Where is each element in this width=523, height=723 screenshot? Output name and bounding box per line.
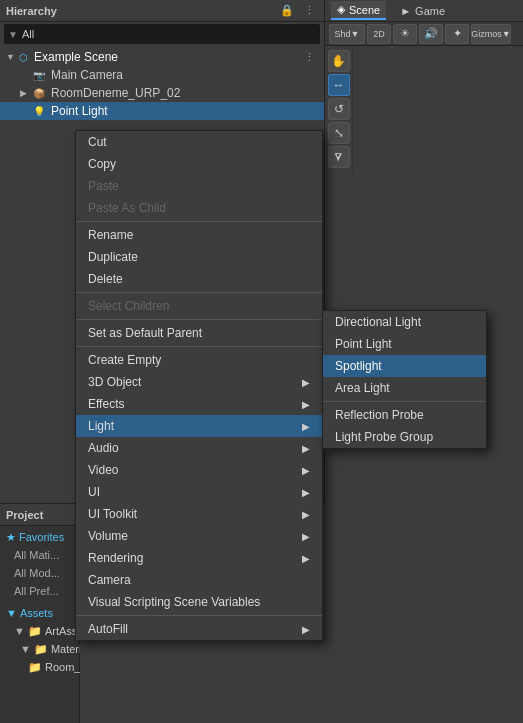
ctx-visual-scripting[interactable]: Visual Scripting Scene Variables xyxy=(76,591,322,613)
tab-scene[interactable]: ◈ Scene xyxy=(331,1,386,20)
scene-audio-btn[interactable]: 🔊 xyxy=(419,24,443,44)
submenu-area-light[interactable]: Area Light xyxy=(323,377,486,399)
search-input[interactable] xyxy=(22,28,316,40)
hierarchy-header: Hierarchy 🔒 ⋮ xyxy=(0,0,324,22)
ctx-light[interactable]: Light ▶ xyxy=(76,415,322,437)
ctx-set-default-parent[interactable]: Set as Default Parent xyxy=(76,322,322,344)
light-submenu: Directional Light Point Light Spotlight … xyxy=(322,310,487,449)
scene-gizmos-btn[interactable]: Gizmos▼ xyxy=(471,24,511,44)
camera-icon: 📷 xyxy=(33,70,45,81)
submenu-arrow-icon: ▶ xyxy=(302,624,310,635)
ctx-separator-3 xyxy=(76,319,322,320)
scene-name: Example Scene xyxy=(34,50,118,64)
ctx-copy[interactable]: Copy xyxy=(76,153,322,175)
submenu-reflection-probe[interactable]: Reflection Probe xyxy=(323,404,486,426)
expand-arrow: ▼ xyxy=(20,643,31,655)
scene-2d-btn[interactable]: 2D xyxy=(367,24,391,44)
tool-transform[interactable]: ⛛ xyxy=(328,146,350,168)
project-left-pane: ★ Favorites All Mati... All Mod... All P… xyxy=(0,526,80,723)
project-artassets[interactable]: ▼ 📁 ArtAsse... xyxy=(0,622,79,640)
tree-item-label: RoomDeneme_URP_02 xyxy=(51,86,180,100)
tree-item-main-camera[interactable]: 📷 Main Camera xyxy=(0,66,324,84)
tree-item-label: Main Camera xyxy=(51,68,123,82)
submenu-point-light[interactable]: Point Light xyxy=(323,333,486,355)
ctx-camera[interactable]: Camera xyxy=(76,569,322,591)
ctx-autofill[interactable]: AutoFill ▶ xyxy=(76,618,322,640)
ctx-separator-5 xyxy=(76,615,322,616)
ctx-effects[interactable]: Effects ▶ xyxy=(76,393,322,415)
ctx-volume[interactable]: Volume ▶ xyxy=(76,525,322,547)
ctx-separator-2 xyxy=(76,292,322,293)
ctx-3d-object[interactable]: 3D Object ▶ xyxy=(76,371,322,393)
ctx-ui-toolkit[interactable]: UI Toolkit ▶ xyxy=(76,503,322,525)
ctx-delete[interactable]: Delete xyxy=(76,268,322,290)
ctx-rendering[interactable]: Rendering ▶ xyxy=(76,547,322,569)
tool-hand[interactable]: ✋ xyxy=(328,50,350,72)
tree-item-label: Point Light xyxy=(51,104,108,118)
submenu-arrow-icon: ▶ xyxy=(302,531,310,542)
hierarchy-tree: ▼ ⬡ Example Scene ⋮ 📷 Main Camera ▶ 📦 Ro… xyxy=(0,46,324,122)
project-all-materials[interactable]: All Mati... xyxy=(0,546,79,564)
ctx-audio[interactable]: Audio ▶ xyxy=(76,437,322,459)
submenu-arrow-icon: ▶ xyxy=(302,421,310,432)
lock-icon[interactable]: 🔒 xyxy=(277,3,297,18)
expand-arrow: ▶ xyxy=(20,88,30,98)
mesh-icon: 📦 xyxy=(33,88,45,99)
submenu-arrow-icon: ▶ xyxy=(302,553,310,564)
star-icon: ★ xyxy=(6,531,16,544)
submenu-separator xyxy=(323,401,486,402)
ctx-create-empty[interactable]: Create Empty xyxy=(76,349,322,371)
folder-icon: 📁 xyxy=(34,643,48,656)
submenu-spotlight[interactable]: Spotlight xyxy=(323,355,486,377)
ctx-cut[interactable]: Cut xyxy=(76,131,322,153)
project-all-models[interactable]: All Mod... xyxy=(0,564,79,582)
game-tab-icon: ► xyxy=(400,5,411,17)
folder-icon: ▼ xyxy=(6,607,17,619)
scene-options-icon[interactable]: ⋮ xyxy=(301,50,318,65)
tool-move[interactable]: ↔ xyxy=(328,74,350,96)
ctx-rename[interactable]: Rename xyxy=(76,224,322,246)
more-options-icon[interactable]: ⋮ xyxy=(301,3,318,18)
submenu-arrow-icon: ▶ xyxy=(302,443,310,454)
expand-arrow: ▼ xyxy=(14,625,25,637)
scene-lighting-btn[interactable]: ☀ xyxy=(393,24,417,44)
expand-arrow: ▼ xyxy=(6,52,16,62)
submenu-directional-light[interactable]: Directional Light xyxy=(323,311,486,333)
project-room-materials[interactable]: 📁 Room_M... xyxy=(0,658,79,676)
ctx-paste: Paste xyxy=(76,175,322,197)
ctx-duplicate[interactable]: Duplicate xyxy=(76,246,322,268)
tree-item-room[interactable]: ▶ 📦 RoomDeneme_URP_02 xyxy=(0,84,324,102)
ctx-ui[interactable]: UI ▶ xyxy=(76,481,322,503)
ctx-video[interactable]: Video ▶ xyxy=(76,459,322,481)
scene-icon: ⬡ xyxy=(19,52,28,63)
submenu-arrow-icon: ▶ xyxy=(302,377,310,388)
ctx-separator-4 xyxy=(76,346,322,347)
hierarchy-header-icons: 🔒 ⋮ xyxy=(277,3,318,18)
hierarchy-title: Hierarchy xyxy=(6,5,57,17)
tab-game[interactable]: ► Game xyxy=(394,3,451,19)
folder-icon: 📁 xyxy=(28,661,42,674)
hierarchy-panel: Hierarchy 🔒 ⋮ ▼ ▼ ⬡ Example Scene ⋮ 📷 Ma… xyxy=(0,0,325,723)
submenu-arrow-icon: ▶ xyxy=(302,487,310,498)
ctx-separator-1 xyxy=(76,221,322,222)
project-assets[interactable]: ▼ Assets xyxy=(0,604,79,622)
submenu-arrow-icon: ▶ xyxy=(302,509,310,520)
folder-icon: 📁 xyxy=(28,625,42,638)
tree-scene-root[interactable]: ▼ ⬡ Example Scene ⋮ xyxy=(0,48,324,66)
tree-item-point-light[interactable]: 💡 Point Light xyxy=(0,102,324,120)
ctx-paste-child: Paste As Child xyxy=(76,197,322,219)
submenu-arrow-icon: ▶ xyxy=(302,465,310,476)
hierarchy-header-left: Hierarchy xyxy=(6,5,57,17)
submenu-light-probe-group[interactable]: Light Probe Group xyxy=(323,426,486,448)
light-icon: 💡 xyxy=(33,106,45,117)
project-materials-folder[interactable]: ▼ 📁 Materials xyxy=(0,640,79,658)
tool-scale[interactable]: ⤡ xyxy=(328,122,350,144)
tool-rotate[interactable]: ↺ xyxy=(328,98,350,120)
project-all-prefabs[interactable]: All Pref... xyxy=(0,582,79,600)
project-title: Project xyxy=(6,509,43,521)
scene-tab-icon: ◈ xyxy=(337,3,345,16)
scene-shading-btn[interactable]: Shd▼ xyxy=(329,24,365,44)
scene-fx-btn[interactable]: ✦ xyxy=(445,24,469,44)
project-favorites[interactable]: ★ Favorites xyxy=(0,528,79,546)
tools-sidebar: ✋ ↔ ↺ ⤡ ⛛ xyxy=(325,46,353,172)
